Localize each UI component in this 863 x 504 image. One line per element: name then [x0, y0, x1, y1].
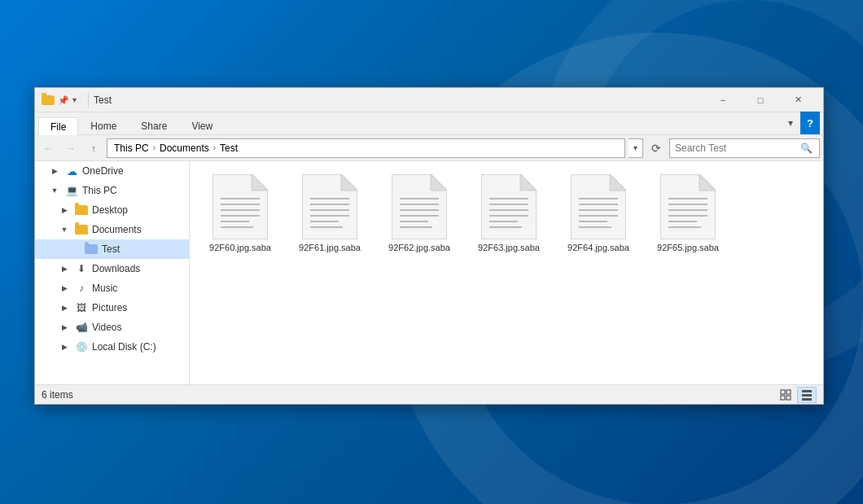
file-name: 92F65.jpg.saba [657, 243, 719, 252]
grid-view-button[interactable] [776, 387, 795, 403]
back-button[interactable]: ← [38, 138, 58, 158]
file-name: 92F60.jpg.saba [209, 243, 271, 252]
close-button[interactable]: ✕ [779, 88, 817, 112]
svg-rect-53 [802, 394, 812, 397]
tab-file[interactable]: File [38, 117, 78, 135]
svg-rect-51 [786, 396, 791, 400]
svg-marker-41 [699, 174, 716, 191]
sidebar-label-desktop: Desktop [92, 204, 128, 216]
address-path[interactable]: This PC › Documents › Test [107, 138, 625, 158]
expand-videos: ▶ [58, 321, 71, 334]
file-doc-icon [481, 174, 537, 239]
expand-documents: ▼ [58, 223, 71, 236]
help-button[interactable]: ? [800, 112, 820, 134]
search-input[interactable] [675, 142, 798, 154]
ribbon-tabs: File Home Share View ▾ ? [35, 112, 823, 135]
path-segment-test[interactable]: Test [220, 142, 238, 154]
file-item[interactable]: 92F64.jpg.saba [558, 171, 639, 256]
tab-share[interactable]: Share [129, 116, 179, 134]
address-dropdown-button[interactable]: ▾ [629, 138, 643, 158]
list-view-icon [801, 389, 813, 401]
view-buttons [776, 387, 817, 403]
address-bar: ← → ↑ This PC › Documents › Test ▾ ⟳ 🔍 [35, 135, 823, 161]
file-item[interactable]: 92F65.jpg.saba [647, 171, 729, 256]
sidebar-item-downloads[interactable]: ▶ ⬇ Downloads [35, 259, 189, 278]
sidebar-label-documents: Documents [92, 224, 142, 235]
title-bar-icons: 📌 ▾ [42, 94, 77, 106]
window-controls: − □ ✕ [704, 88, 817, 112]
maximize-button[interactable]: □ [742, 88, 779, 112]
sidebar-label-localdisk: Local Disk (C:) [92, 341, 156, 353]
file-name: 92F61.jpg.saba [299, 243, 361, 252]
sidebar-label-pictures: Pictures [92, 302, 127, 313]
sidebar-label-test: Test [102, 243, 120, 255]
sidebar-item-documents[interactable]: ▼ Documents [35, 220, 189, 239]
path-segment-documents[interactable]: Documents [160, 142, 209, 154]
up-button[interactable]: ↑ [84, 138, 103, 158]
file-doc-icon [392, 174, 447, 239]
expand-music: ▶ [58, 282, 71, 295]
expand-onedrive: ▶ [48, 164, 61, 177]
file-name: 92F63.jpg.saba [478, 243, 540, 252]
sidebar-item-pictures[interactable]: ▶ 🖼 Pictures [35, 298, 189, 318]
file-doc-icon [302, 174, 357, 239]
music-icon: ♪ [75, 282, 88, 295]
grid-view-icon [780, 389, 791, 401]
item-count: 6 items [42, 389, 776, 401]
sidebar-label-thispc: This PC [82, 185, 117, 196]
sidebar-item-onedrive[interactable]: ▶ ☁ OneDrive [35, 161, 189, 181]
file-item[interactable]: 92F61.jpg.saba [289, 171, 370, 256]
file-item[interactable]: 92F63.jpg.saba [468, 171, 550, 256]
videos-icon: 📹 [75, 321, 88, 334]
sidebar-item-music[interactable]: ▶ ♪ Music [35, 278, 189, 298]
status-bar: 6 items [35, 384, 823, 404]
forward-button[interactable]: → [61, 138, 81, 158]
path-arrow-1: › [153, 143, 156, 152]
expand-localdisk: ▶ [58, 340, 71, 353]
pictures-icon: 🖼 [75, 301, 88, 314]
svg-marker-17 [431, 174, 447, 191]
sidebar-item-thispc[interactable]: ▼ 💻 This PC [35, 181, 189, 200]
expand-pictures: ▶ [58, 301, 71, 314]
file-doc-icon [571, 174, 626, 239]
sidebar-item-videos[interactable]: ▶ 📹 Videos [35, 318, 189, 337]
title-divider [88, 93, 89, 107]
thispc-icon: 💻 [65, 184, 78, 197]
list-view-button[interactable] [797, 387, 817, 403]
minimize-button[interactable]: − [704, 88, 742, 112]
file-item[interactable]: 92F60.jpg.saba [199, 171, 281, 256]
tab-home[interactable]: Home [78, 116, 129, 134]
search-button[interactable]: 🔍 [798, 140, 814, 156]
svg-rect-50 [781, 396, 785, 400]
sidebar-item-localdisk[interactable]: ▶ 💿 Local Disk (C:) [35, 337, 189, 357]
svg-rect-49 [786, 390, 791, 394]
sidebar-item-desktop[interactable]: ▶ Desktop [35, 200, 189, 220]
svg-rect-52 [802, 390, 812, 392]
expand-desktop: ▶ [58, 204, 71, 217]
downloads-icon: ⬇ [75, 262, 88, 275]
expand-thispc: ▼ [48, 184, 61, 197]
file-doc-icon [660, 174, 716, 239]
title-bar: 📌 ▾ Test − □ ✕ [35, 88, 823, 112]
sidebar-label-downloads: Downloads [92, 263, 140, 274]
main-area: ▶ ☁ OneDrive ▼ 💻 This PC ▶ Desktop ▼ Doc… [35, 161, 823, 384]
sidebar: ▶ ☁ OneDrive ▼ 💻 This PC ▶ Desktop ▼ Doc… [35, 161, 190, 384]
pin-icon: 📌 [58, 94, 69, 106]
title-dropdown[interactable]: ▾ [72, 95, 77, 104]
svg-marker-25 [520, 174, 537, 191]
explorer-window: 📌 ▾ Test − □ ✕ File Home Share View ▾ ? … [34, 87, 824, 405]
expand-downloads: ▶ [58, 262, 71, 275]
path-arrow-2: › [213, 143, 216, 152]
file-item[interactable]: 92F62.jpg.saba [379, 171, 460, 256]
ribbon-dropdown-button[interactable]: ▾ [781, 112, 800, 134]
desktop-icon [75, 205, 88, 215]
tab-view[interactable]: View [179, 116, 225, 134]
search-box: 🔍 [669, 138, 820, 158]
refresh-button[interactable]: ⟳ [646, 138, 666, 158]
path-segment-thispc[interactable]: This PC [114, 142, 149, 154]
onedrive-icon: ☁ [65, 164, 78, 177]
file-name: 92F62.jpg.saba [388, 243, 450, 252]
svg-rect-48 [781, 390, 785, 394]
sidebar-item-test[interactable]: ▶ Test [35, 239, 189, 259]
localdisk-icon: 💿 [75, 340, 88, 353]
